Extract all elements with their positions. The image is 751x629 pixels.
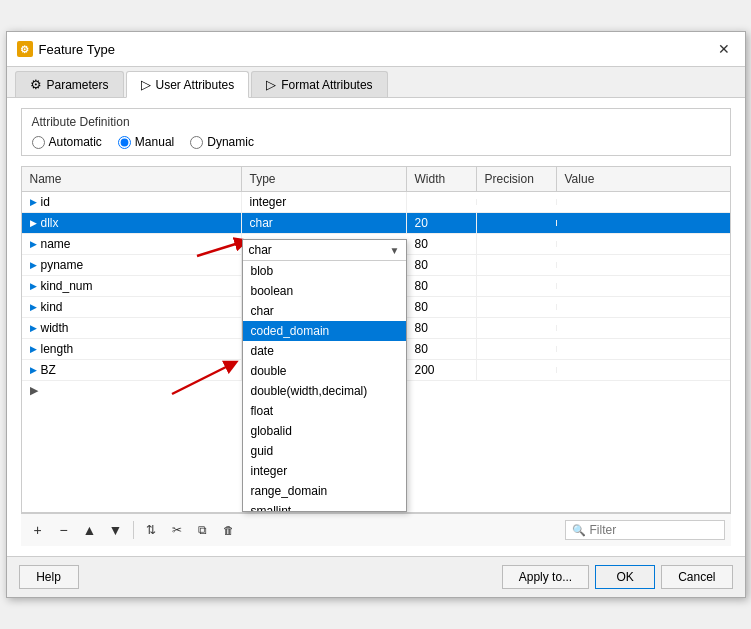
table-header: Name Type Width Precision Value (22, 167, 730, 192)
dropdown-item-blob[interactable]: blob (243, 261, 406, 281)
cell-precision (477, 241, 557, 247)
dropdown-item-date[interactable]: date (243, 341, 406, 361)
dropdown-item-boolean[interactable]: boolean (243, 281, 406, 301)
cell-width: 80 (407, 318, 477, 338)
cell-value (557, 367, 730, 373)
table-toolbar: + − ▲ ▼ ⇅ ✂ ⧉ 🗑 🔍 (21, 513, 731, 546)
dropdown-chevron-icon: ▼ (390, 245, 400, 256)
cell-name: ▶id (22, 192, 242, 212)
ok-button[interactable]: OK (595, 565, 655, 589)
app-icon: ⚙ (17, 41, 33, 57)
toolbar-separator (133, 521, 134, 539)
col-type: Type (242, 167, 407, 191)
cell-name: ▶BZ (22, 360, 242, 380)
move-down-button[interactable]: ▼ (105, 519, 127, 541)
cell-width (407, 199, 477, 205)
cell-name: ▶width (22, 318, 242, 338)
attribute-table: Name Type Width Precision Value ▶id inte… (21, 166, 731, 513)
remove-row-button[interactable]: − (53, 519, 75, 541)
cell-precision (477, 220, 557, 226)
row-expand-icon: ▶ (30, 239, 37, 249)
user-attr-tab-icon: ▷ (141, 77, 151, 92)
tab-user-attributes[interactable]: ▷ User Attributes (126, 71, 250, 98)
cell-precision (477, 262, 557, 268)
cell-width: 80 (407, 234, 477, 254)
radio-automatic[interactable]: Automatic (32, 135, 102, 149)
cell-type: char (242, 213, 407, 233)
dropdown-item-double[interactable]: double (243, 361, 406, 381)
filter-input[interactable] (590, 523, 710, 537)
apply-to-button[interactable]: Apply to... (502, 565, 589, 589)
cut-button[interactable]: ✂ (166, 519, 188, 541)
cell-precision (477, 346, 557, 352)
cell-value (557, 325, 730, 331)
dropdown-item-integer[interactable]: integer (243, 461, 406, 481)
cell-name: ▶name (22, 234, 242, 254)
cell-name: ▶length (22, 339, 242, 359)
attr-def-label: Attribute Definition (32, 115, 720, 129)
dropdown-item-float[interactable]: float (243, 401, 406, 421)
cell-value (557, 346, 730, 352)
title-bar-left: ⚙ Feature Type (17, 41, 115, 57)
cell-precision (477, 325, 557, 331)
cell-value (557, 199, 730, 205)
row-expand-icon: ▶ (30, 218, 37, 228)
main-content: Attribute Definition Automatic Manual Dy… (7, 98, 745, 556)
dropdown-selected-row[interactable]: char ▼ (243, 240, 406, 261)
col-precision: Precision (477, 167, 557, 191)
cancel-button[interactable]: Cancel (661, 565, 732, 589)
close-button[interactable]: ✕ (713, 38, 735, 60)
parameters-tab-icon: ⚙ (30, 77, 42, 92)
dropdown-item-coded-domain[interactable]: coded_domain (243, 321, 406, 341)
cell-width: 80 (407, 276, 477, 296)
type-dropdown[interactable]: char ▼ blob boolean char coded_domain da… (242, 239, 407, 512)
cell-precision (477, 283, 557, 289)
cell-width: 80 (407, 339, 477, 359)
dropdown-selected-value: char (249, 243, 390, 257)
copy-button[interactable]: ⧉ (192, 519, 214, 541)
tab-format-attributes[interactable]: ▷ Format Attributes (251, 71, 387, 97)
cell-value (557, 262, 730, 268)
col-name: Name (22, 167, 242, 191)
dropdown-item-range-domain[interactable]: range_domain (243, 481, 406, 501)
col-value: Value (557, 167, 730, 191)
delete-button[interactable]: 🗑 (218, 519, 240, 541)
radio-manual[interactable]: Manual (118, 135, 174, 149)
new-row-arrow: ▶ (30, 384, 38, 397)
parameters-tab-label: Parameters (47, 78, 109, 92)
dropdown-item-char[interactable]: char (243, 301, 406, 321)
add-row-button[interactable]: + (27, 519, 49, 541)
row-expand-icon: ▶ (30, 365, 37, 375)
title-bar: ⚙ Feature Type ✕ (7, 32, 745, 67)
help-button[interactable]: Help (19, 565, 79, 589)
cell-value (557, 304, 730, 310)
filter-icon: 🔍 (572, 524, 586, 537)
filter-container: 🔍 (565, 520, 725, 540)
dropdown-item-double-width-decimal[interactable]: double(width,decimal) (243, 381, 406, 401)
dropdown-item-globalid[interactable]: globalid (243, 421, 406, 441)
row-expand-icon: ▶ (30, 323, 37, 333)
cell-precision (477, 367, 557, 373)
dropdown-item-smallint[interactable]: smallint (243, 501, 406, 511)
tab-parameters[interactable]: ⚙ Parameters (15, 71, 124, 97)
row-expand-icon: ▶ (30, 302, 37, 312)
move-up-button[interactable]: ▲ (79, 519, 101, 541)
window-title: Feature Type (39, 42, 115, 57)
cell-width: 80 (407, 297, 477, 317)
cell-value (557, 241, 730, 247)
attribute-definition-section: Attribute Definition Automatic Manual Dy… (21, 108, 731, 156)
table-row[interactable]: ▶dllx char 20 (22, 213, 730, 234)
row-expand-icon: ▶ (30, 344, 37, 354)
cell-precision (477, 199, 557, 205)
col-width: Width (407, 167, 477, 191)
sort-button[interactable]: ⇅ (140, 519, 162, 541)
radio-dynamic[interactable]: Dynamic (190, 135, 254, 149)
dropdown-item-guid[interactable]: guid (243, 441, 406, 461)
tab-bar: ⚙ Parameters ▷ User Attributes ▷ Format … (7, 67, 745, 98)
table-row[interactable]: ▶id integer (22, 192, 730, 213)
format-attr-tab-label: Format Attributes (281, 78, 372, 92)
row-expand-icon: ▶ (30, 281, 37, 291)
cell-value (557, 283, 730, 289)
cell-name: ▶dllx (22, 213, 242, 233)
cell-width: 80 (407, 255, 477, 275)
